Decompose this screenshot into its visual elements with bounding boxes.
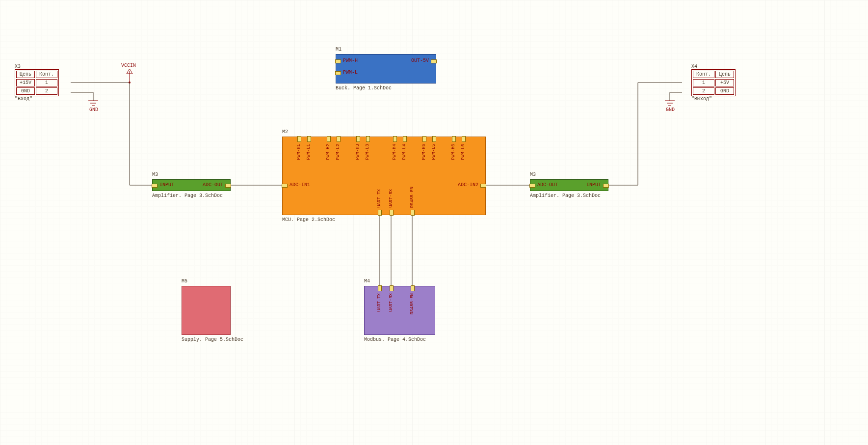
col-chain: Цепь xyxy=(715,71,734,78)
m3b-designator: M3 xyxy=(530,172,536,177)
m2-designator: M2 xyxy=(282,129,288,135)
connector-footer: "Выход" xyxy=(691,96,736,102)
m1-caption: Buck. Page 1.SchDoc xyxy=(336,85,392,91)
sheet-m4-modbus[interactable]: UART-TX UART-RX RS485-EN xyxy=(364,286,435,335)
connector-table: Конт. Цепь 1+5V 2GND xyxy=(691,69,736,96)
port-rs485-en[interactable] xyxy=(411,285,415,291)
m3b-caption: Amplifier. Page 3.SchDoc xyxy=(530,193,601,198)
m2-caption: MCU. Page 2.SchDoc xyxy=(282,217,335,222)
sheet-m1-buck[interactable]: PWM-H PWM-L OUT-5V xyxy=(336,54,436,83)
port-out-5v[interactable] xyxy=(431,59,437,63)
port-input[interactable] xyxy=(603,184,609,188)
port-adc-out[interactable] xyxy=(225,184,231,188)
port-pwm-h3[interactable] xyxy=(356,136,360,142)
sheet-m5-supply[interactable] xyxy=(182,286,231,335)
schematic-canvas[interactable]: X3 Цепь Конт. +15V1 GND2 "Вход" VCCIN GN… xyxy=(0,0,868,445)
port-pwm-h4[interactable] xyxy=(393,136,397,142)
designator: X4 xyxy=(691,64,736,69)
m5-caption: Supply. Page 5.SchDoc xyxy=(182,337,243,342)
port-uart-rx[interactable] xyxy=(390,210,394,216)
port-adc-out[interactable] xyxy=(529,184,535,188)
port-pwm-l3[interactable] xyxy=(366,136,370,142)
col-chain: Цепь xyxy=(16,71,35,78)
power-gnd-label-right: GND xyxy=(666,107,675,112)
col-cont: Конт. xyxy=(36,71,57,78)
connector-x4: X4 Конт. Цепь 1+5V 2GND "Выход" xyxy=(691,64,736,102)
port-adc-in1[interactable] xyxy=(282,184,288,188)
connector-x3: X3 Цепь Конт. +15V1 GND2 "Вход" xyxy=(15,64,59,102)
port-uart-tx[interactable] xyxy=(378,210,382,216)
port-pwm-l[interactable] xyxy=(335,71,341,75)
designator: X3 xyxy=(15,64,59,69)
m5-designator: M5 xyxy=(182,278,187,284)
port-uart-tx[interactable] xyxy=(378,285,382,291)
port-rs485-en[interactable] xyxy=(411,210,415,216)
port-pwm-l5[interactable] xyxy=(432,136,436,142)
connector-footer: "Вход" xyxy=(15,96,59,102)
port-pwm-h[interactable] xyxy=(335,59,341,63)
port-input[interactable] xyxy=(152,184,158,188)
sheet-m2-mcu[interactable]: PWM-H1 PWM-L1 PWM-H2 PWM-L2 PWM-H3 PWM-L… xyxy=(282,137,486,215)
col-cont: Конт. xyxy=(693,71,714,78)
power-gnd-label-left: GND xyxy=(89,107,98,112)
port-pwm-h5[interactable] xyxy=(422,136,426,142)
port-pwm-l6[interactable] xyxy=(462,136,466,142)
port-pwm-l2[interactable] xyxy=(337,136,341,142)
svg-point-0 xyxy=(129,82,131,83)
port-adc-in2[interactable] xyxy=(480,184,486,188)
port-pwm-l4[interactable] xyxy=(403,136,407,142)
m3a-designator: M3 xyxy=(152,172,158,177)
port-pwm-h6[interactable] xyxy=(452,136,456,142)
m4-caption: Modbus. Page 4.SchDoc xyxy=(364,337,426,342)
connector-table: Цепь Конт. +15V1 GND2 xyxy=(15,69,59,96)
m3a-caption: Amplifier. Page 3.SchDoc xyxy=(152,193,223,198)
port-pwm-h2[interactable] xyxy=(327,136,331,142)
port-pwm-l1[interactable] xyxy=(307,136,311,142)
power-vccin-label: VCCIN xyxy=(121,63,136,68)
m1-designator: M1 xyxy=(336,47,342,52)
port-pwm-h1[interactable] xyxy=(297,136,301,142)
sheet-m3-amp-right[interactable]: ADC-OUT INPUT xyxy=(530,179,608,191)
sheet-m3-amp-left[interactable]: INPUT ADC-OUT xyxy=(152,179,231,191)
m4-designator: M4 xyxy=(364,278,370,284)
port-uart-rx[interactable] xyxy=(390,285,394,291)
